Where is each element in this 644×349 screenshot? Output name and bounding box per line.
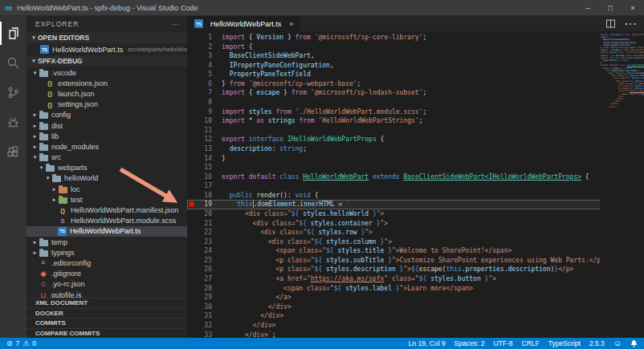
tree-item-config[interactable]: ▸config [26, 110, 187, 120]
tree-item-webparts[interactable]: ▾webparts [26, 163, 187, 173]
tree-item-settings.json[interactable]: {}settings.json [26, 99, 187, 110]
minimize-button[interactable]: – [577, 0, 599, 16]
tree-item-launch.json[interactable]: {}launch.json [26, 88, 187, 99]
breakpoint-margin[interactable] [187, 108, 196, 117]
code-line[interactable]: 19 this.domElement.innerHTML = ` [187, 200, 601, 209]
code-line[interactable]: 5 PropertyPaneTextField [187, 70, 601, 79]
status-item[interactable]: Spaces: 2 [454, 339, 485, 347]
breakpoint-margin[interactable] [187, 246, 196, 256]
tree-item-.vscode[interactable]: ▾.vscode [26, 67, 187, 78]
section-header-docker[interactable]: DOCKER [26, 308, 187, 319]
breakpoint-margin[interactable] [187, 265, 196, 274]
activity-extensions[interactable] [0, 137, 26, 167]
tab-helloworldwebpart-ts[interactable]: TS HelloWorldWebPart.ts × [187, 16, 300, 31]
code-line[interactable]: 25 <p class="${ styles.subTitle }">Custo… [187, 256, 601, 266]
code-line[interactable]: 14} [187, 154, 601, 164]
code-line[interactable]: 7import { escape } from '@microsoft/sp-l… [187, 88, 601, 98]
breakpoint-margin[interactable] [187, 191, 196, 201]
code-line[interactable]: 27 <a href="https://aka.ms/spfx" class="… [187, 274, 601, 284]
breakpoint-margin[interactable] [187, 237, 196, 247]
code-line[interactable]: 17 [187, 181, 601, 191]
breakpoint-margin[interactable] [187, 33, 196, 43]
section-header-xml-document[interactable]: XML DOCUMENT [26, 298, 187, 308]
code-line[interactable]: 1import { Version } from '@microsoft/sp-… [187, 33, 601, 43]
tree-item-dist[interactable]: ▸dist [26, 120, 187, 131]
code-line[interactable]: 22 <div class="${ styles.row }"> [187, 228, 601, 237]
activity-explorer[interactable] [0, 18, 26, 48]
tree-item-typings[interactable]: ▸typings [26, 247, 187, 258]
tree-item-temp[interactable]: ▸temp [26, 237, 187, 247]
section-header-compare-commits[interactable]: COMPARE COMMITS [26, 328, 187, 339]
code-line[interactable]: 10import * as strings from 'HelloWorldWe… [187, 116, 601, 126]
tree-item-.yo-rc.json[interactable]: ☺.yo-rc.json [26, 279, 187, 290]
code-line[interactable]: 2import { [187, 43, 601, 52]
status-item[interactable]: CRLF [522, 339, 540, 347]
tree-item-helloworldwebpart.ts[interactable]: TSHelloWorldWebPart.ts [26, 226, 187, 237]
code-line[interactable]: 3 BaseClientSideWebPart, [187, 51, 601, 61]
workspace-header[interactable]: ▾ SPFX-DEBUG [26, 55, 187, 67]
code-line[interactable]: 21 <div class="${ styles.container }"> [187, 219, 601, 229]
breakpoint-margin[interactable] [187, 311, 196, 321]
tree-item-extensions.json[interactable]: {}extensions.json [26, 78, 187, 88]
activity-debug[interactable] [0, 108, 26, 137]
code-line[interactable]: 29 </a> [187, 293, 601, 302]
code-line[interactable]: 28 <span class="${ styles.label }">Learn… [187, 284, 601, 294]
code-editor[interactable]: 1import { Version } from '@microsoft/sp-… [187, 31, 644, 338]
breakpoint-margin[interactable] [187, 116, 196, 126]
breakpoint-margin[interactable] [187, 61, 196, 71]
close-icon[interactable]: × [289, 20, 293, 28]
close-button[interactable]: × [622, 0, 644, 16]
breakpoint-margin[interactable] [187, 284, 196, 294]
code-line[interactable]: 33 </div>`; [187, 331, 601, 339]
breakpoint-margin[interactable] [187, 79, 196, 89]
more-actions-icon[interactable]: ⋯ [624, 16, 637, 31]
tree-item-helloworld[interactable]: ▾helloWorld [26, 173, 187, 184]
breakpoint-margin[interactable] [187, 88, 196, 98]
breakpoint-margin[interactable] [187, 172, 196, 182]
code-line[interactable]: 8 [187, 98, 601, 108]
activity-search[interactable] [0, 48, 26, 78]
open-editor-item[interactable]: TSHelloWorldWebPart.tssrc/webparts/hello… [26, 43, 187, 55]
tree-item-gulpfile.js[interactable]: ⊔gulpfile.js [26, 290, 187, 298]
tree-item-test[interactable]: ▸test [26, 194, 187, 205]
tree-item-.editorconfig[interactable]: ≡.editorconfig [26, 258, 187, 268]
tree-item-helloworldwebpart.manifest.json[interactable]: {}HelloWorldWebPart.manifest.json [26, 205, 187, 215]
activity-source-control[interactable] [0, 78, 26, 108]
code-line[interactable]: 24 <span class="${ styles.title }">Welco… [187, 246, 601, 256]
breakpoint-margin[interactable] [187, 200, 196, 209]
code-line[interactable]: 4 IPropertyPaneConfiguration, [187, 61, 601, 71]
breakpoint-margin[interactable] [187, 126, 196, 136]
problems-indicator[interactable]: ⊘ 7 ⚠ 0 [6, 339, 36, 347]
breakpoint-margin[interactable] [187, 302, 196, 312]
code-line[interactable]: 12export interface IHelloWorldWebPartPro… [187, 135, 601, 144]
breakpoint-margin[interactable] [187, 154, 196, 164]
feedback-smiley-icon[interactable]: ☺ [613, 339, 622, 347]
breakpoint-margin[interactable] [187, 43, 196, 52]
section-header-commits[interactable]: COMMITS [26, 318, 187, 328]
notification-bell-icon[interactable] [630, 339, 638, 347]
code-line[interactable]: 23 <div class="${ styles.column }"> [187, 237, 601, 247]
breakpoint-margin[interactable] [187, 331, 196, 339]
split-editor-icon[interactable] [605, 18, 616, 29]
breakpoint-margin[interactable] [187, 163, 196, 172]
status-item[interactable]: 2.5.3 [589, 339, 605, 347]
tree-item-helloworldwebpart.module.scss[interactable]: SHelloWorldWebPart.module.scss [26, 216, 187, 226]
code-line[interactable]: 13 description: string; [187, 144, 601, 154]
status-item[interactable]: TypeScript [548, 339, 581, 347]
breakpoint-margin[interactable] [187, 293, 196, 302]
code-line[interactable]: 26 <p class="${ styles.description }">${… [187, 265, 601, 274]
more-actions-icon[interactable]: ⋯ [172, 20, 181, 29]
breakpoint-margin[interactable] [187, 70, 196, 79]
code-line[interactable]: 30 </div> [187, 302, 601, 312]
status-item[interactable]: Ln 19, Col 9 [409, 339, 446, 347]
maximize-button[interactable]: □ [599, 0, 622, 16]
code-line[interactable]: 31 </div> [187, 311, 601, 321]
breakpoint-margin[interactable] [187, 228, 196, 237]
code-line[interactable]: 16export default class HelloWorldWebPart… [187, 172, 601, 182]
breakpoint-margin[interactable] [187, 209, 196, 219]
tree-item-.gitignore[interactable]: ◆.gitignore [26, 269, 187, 279]
code-line[interactable]: 15 [187, 163, 601, 172]
code-line[interactable]: 6} from '@microsoft/sp-webpart-base'; [187, 79, 601, 89]
code-line[interactable]: 9import styles from './HelloWorldWebPart… [187, 108, 601, 117]
breakpoint-margin[interactable] [187, 51, 196, 61]
